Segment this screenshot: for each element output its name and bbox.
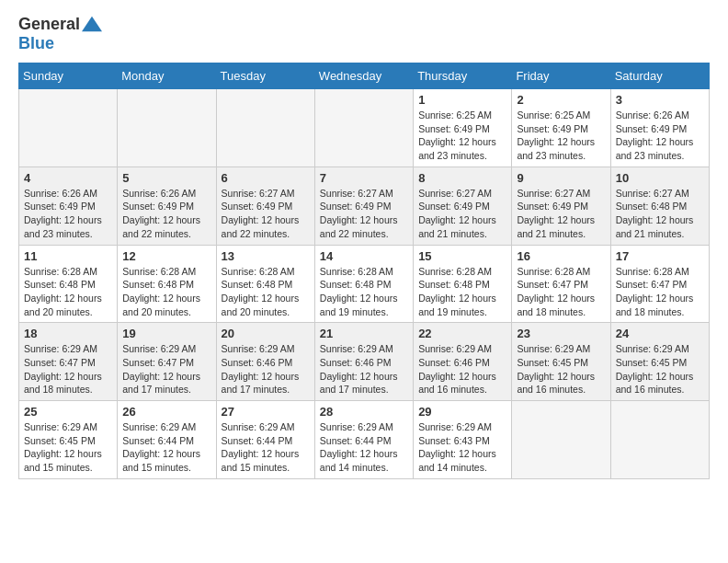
day-info: Sunrise: 6:28 AM Sunset: 6:48 PM Dayligh…	[24, 265, 112, 319]
calendar-cell: 8Sunrise: 6:27 AM Sunset: 6:49 PM Daylig…	[414, 167, 512, 245]
day-info: Sunrise: 6:28 AM Sunset: 6:47 PM Dayligh…	[616, 265, 704, 319]
day-number: 3	[616, 93, 704, 107]
day-info: Sunrise: 6:29 AM Sunset: 6:47 PM Dayligh…	[122, 342, 210, 396]
day-number: 19	[122, 327, 210, 340]
day-info: Sunrise: 6:26 AM Sunset: 6:49 PM Dayligh…	[616, 109, 704, 163]
logo-general: General	[18, 15, 80, 34]
column-header-tuesday: Tuesday	[216, 63, 314, 89]
calendar-cell: 29Sunrise: 6:29 AM Sunset: 6:43 PM Dayli…	[414, 401, 512, 479]
day-info: Sunrise: 6:25 AM Sunset: 6:49 PM Dayligh…	[418, 109, 506, 163]
calendar-cell: 28Sunrise: 6:29 AM Sunset: 6:44 PM Dayli…	[314, 401, 413, 479]
day-info: Sunrise: 6:27 AM Sunset: 6:48 PM Dayligh…	[616, 187, 704, 241]
day-number: 1	[418, 93, 506, 107]
day-number: 16	[517, 249, 605, 263]
column-header-friday: Friday	[512, 63, 610, 89]
day-number: 14	[320, 249, 408, 263]
day-number: 6	[222, 171, 310, 185]
day-info: Sunrise: 6:26 AM Sunset: 6:49 PM Dayligh…	[122, 187, 210, 241]
day-info: Sunrise: 6:29 AM Sunset: 6:44 PM Dayligh…	[320, 420, 408, 475]
calendar-cell	[610, 401, 709, 479]
day-number: 20	[222, 327, 310, 340]
day-info: Sunrise: 6:29 AM Sunset: 6:44 PM Dayligh…	[222, 420, 310, 475]
calendar-cell	[314, 89, 413, 167]
day-number: 17	[616, 249, 704, 263]
calendar-cell: 10Sunrise: 6:27 AM Sunset: 6:48 PM Dayli…	[610, 167, 709, 245]
calendar-cell: 9Sunrise: 6:27 AM Sunset: 6:49 PM Daylig…	[512, 167, 610, 245]
calendar-cell: 20Sunrise: 6:29 AM Sunset: 6:46 PM Dayli…	[216, 323, 314, 401]
day-number: 24	[616, 327, 704, 340]
day-info: Sunrise: 6:27 AM Sunset: 6:49 PM Dayligh…	[418, 187, 506, 241]
calendar-week-row: 18Sunrise: 6:29 AM Sunset: 6:47 PM Dayli…	[19, 323, 710, 401]
column-header-monday: Monday	[118, 63, 216, 89]
column-header-saturday: Saturday	[610, 63, 709, 89]
calendar-cell: 14Sunrise: 6:28 AM Sunset: 6:48 PM Dayli…	[314, 245, 413, 323]
day-number: 27	[222, 405, 310, 419]
calendar-cell: 22Sunrise: 6:29 AM Sunset: 6:46 PM Dayli…	[414, 323, 512, 401]
day-info: Sunrise: 6:28 AM Sunset: 6:48 PM Dayligh…	[418, 265, 506, 319]
calendar-cell: 11Sunrise: 6:28 AM Sunset: 6:48 PM Dayli…	[19, 245, 118, 323]
day-number: 11	[24, 249, 112, 263]
calendar-cell: 26Sunrise: 6:29 AM Sunset: 6:44 PM Dayli…	[118, 401, 216, 479]
column-header-sunday: Sunday	[19, 63, 118, 89]
day-number: 5	[122, 171, 210, 185]
day-number: 25	[24, 405, 112, 419]
calendar-cell	[118, 89, 216, 167]
column-header-thursday: Thursday	[414, 63, 512, 89]
calendar-week-row: 1Sunrise: 6:25 AM Sunset: 6:49 PM Daylig…	[19, 89, 710, 167]
logo-blue: Blue	[18, 34, 54, 53]
day-number: 18	[24, 327, 112, 340]
calendar-cell: 18Sunrise: 6:29 AM Sunset: 6:47 PM Dayli…	[19, 323, 118, 401]
calendar-cell: 15Sunrise: 6:28 AM Sunset: 6:48 PM Dayli…	[414, 245, 512, 323]
day-info: Sunrise: 6:28 AM Sunset: 6:48 PM Dayligh…	[122, 265, 210, 319]
day-info: Sunrise: 6:29 AM Sunset: 6:46 PM Dayligh…	[222, 342, 310, 396]
calendar-cell: 1Sunrise: 6:25 AM Sunset: 6:49 PM Daylig…	[414, 89, 512, 167]
day-number: 9	[517, 171, 605, 185]
calendar-cell: 23Sunrise: 6:29 AM Sunset: 6:45 PM Dayli…	[512, 323, 610, 401]
calendar-cell: 19Sunrise: 6:29 AM Sunset: 6:47 PM Dayli…	[118, 323, 216, 401]
calendar-header-row: SundayMondayTuesdayWednesdayThursdayFrid…	[19, 63, 710, 89]
calendar-cell: 25Sunrise: 6:29 AM Sunset: 6:45 PM Dayli…	[19, 401, 118, 479]
day-number: 7	[320, 171, 408, 185]
calendar-cell: 2Sunrise: 6:25 AM Sunset: 6:49 PM Daylig…	[512, 89, 610, 167]
svg-marker-0	[82, 16, 102, 30]
day-number: 15	[418, 249, 506, 263]
day-info: Sunrise: 6:29 AM Sunset: 6:45 PM Dayligh…	[616, 342, 704, 396]
day-info: Sunrise: 6:27 AM Sunset: 6:49 PM Dayligh…	[222, 187, 310, 241]
day-number: 22	[418, 327, 506, 340]
day-info: Sunrise: 6:27 AM Sunset: 6:49 PM Dayligh…	[320, 187, 408, 241]
calendar-cell: 21Sunrise: 6:29 AM Sunset: 6:46 PM Dayli…	[314, 323, 413, 401]
day-number: 4	[24, 171, 112, 185]
day-number: 28	[320, 405, 408, 419]
day-info: Sunrise: 6:29 AM Sunset: 6:46 PM Dayligh…	[418, 342, 506, 396]
calendar-cell: 13Sunrise: 6:28 AM Sunset: 6:48 PM Dayli…	[216, 245, 314, 323]
day-info: Sunrise: 6:29 AM Sunset: 6:45 PM Dayligh…	[517, 342, 605, 396]
calendar-cell	[216, 89, 314, 167]
day-info: Sunrise: 6:26 AM Sunset: 6:49 PM Dayligh…	[24, 187, 112, 241]
day-info: Sunrise: 6:28 AM Sunset: 6:48 PM Dayligh…	[320, 265, 408, 319]
calendar-cell: 12Sunrise: 6:28 AM Sunset: 6:48 PM Dayli…	[118, 245, 216, 323]
calendar-cell: 3Sunrise: 6:26 AM Sunset: 6:49 PM Daylig…	[610, 89, 709, 167]
day-number: 26	[122, 405, 210, 419]
calendar-table: SundayMondayTuesdayWednesdayThursdayFrid…	[18, 63, 710, 479]
calendar-week-row: 11Sunrise: 6:28 AM Sunset: 6:48 PM Dayli…	[19, 245, 710, 323]
day-info: Sunrise: 6:29 AM Sunset: 6:44 PM Dayligh…	[122, 420, 210, 475]
day-info: Sunrise: 6:28 AM Sunset: 6:47 PM Dayligh…	[517, 265, 605, 319]
day-info: Sunrise: 6:29 AM Sunset: 6:46 PM Dayligh…	[320, 342, 408, 396]
calendar-cell: 4Sunrise: 6:26 AM Sunset: 6:49 PM Daylig…	[19, 167, 118, 245]
day-number: 10	[616, 171, 704, 185]
calendar-cell	[512, 401, 610, 479]
day-info: Sunrise: 6:25 AM Sunset: 6:49 PM Dayligh…	[517, 109, 605, 163]
calendar-week-row: 25Sunrise: 6:29 AM Sunset: 6:45 PM Dayli…	[19, 401, 710, 479]
logo-icon	[82, 13, 102, 33]
column-header-wednesday: Wednesday	[314, 63, 413, 89]
day-number: 23	[517, 327, 605, 340]
day-info: Sunrise: 6:28 AM Sunset: 6:48 PM Dayligh…	[222, 265, 310, 319]
logo: General Blue	[18, 15, 102, 53]
day-number: 2	[517, 93, 605, 107]
calendar-cell: 7Sunrise: 6:27 AM Sunset: 6:49 PM Daylig…	[314, 167, 413, 245]
calendar-cell: 27Sunrise: 6:29 AM Sunset: 6:44 PM Dayli…	[216, 401, 314, 479]
day-info: Sunrise: 6:29 AM Sunset: 6:47 PM Dayligh…	[24, 342, 112, 396]
calendar-cell: 6Sunrise: 6:27 AM Sunset: 6:49 PM Daylig…	[216, 167, 314, 245]
day-number: 21	[320, 327, 408, 340]
calendar-cell: 5Sunrise: 6:26 AM Sunset: 6:49 PM Daylig…	[118, 167, 216, 245]
